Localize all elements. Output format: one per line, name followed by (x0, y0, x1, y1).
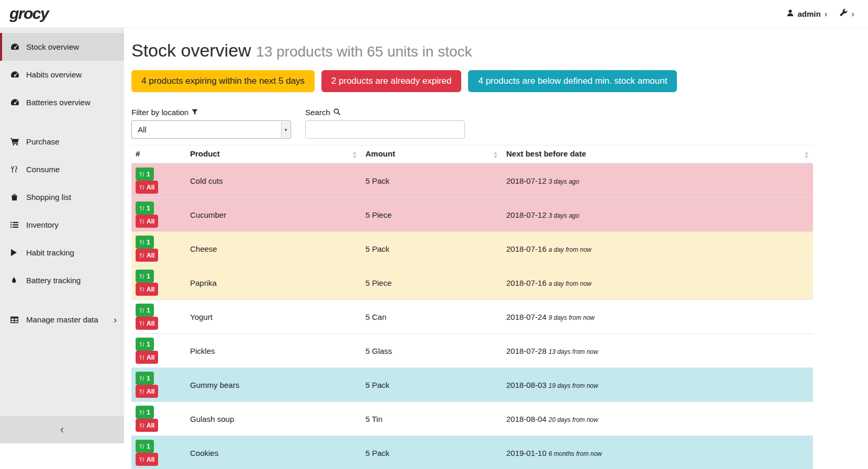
best-before-date: 2018-07-12 (506, 176, 547, 185)
product-name: Cookies (186, 436, 361, 469)
user-icon (787, 9, 794, 18)
row-actions: 1 All (131, 334, 186, 368)
chevron-right-icon: › (114, 315, 117, 325)
filter-icon (192, 108, 198, 117)
consume-one-button[interactable]: 1 (136, 406, 154, 419)
consume-one-button[interactable]: 1 (136, 270, 154, 283)
bag-icon (10, 193, 23, 201)
row-actions: 1 All (131, 436, 186, 469)
column-header-label: Next best before date (506, 149, 586, 158)
table-row: 1 All Paprika 5 Piece 2018-07-16a day fr… (131, 266, 813, 300)
column-header-amount[interactable]: Amount (361, 146, 502, 164)
sort-icon (804, 151, 809, 160)
product-amount: 5 Piece (361, 198, 502, 232)
sidebar-item-label: Shopping list (26, 193, 117, 202)
tachometer-icon (10, 98, 23, 106)
page-title: Stock overview 13 products with 65 units… (131, 40, 813, 61)
sidebar-item-habit-tracking[interactable]: Habit tracking (0, 239, 124, 266)
flame-icon (10, 276, 23, 284)
expired-alert-button[interactable]: 2 products are already expired (321, 70, 462, 92)
consume-all-button[interactable]: All (136, 453, 158, 466)
sidebar-item-inventory[interactable]: Inventory (0, 211, 124, 239)
min-stock-alert-button[interactable]: 4 products are below defined min. stock … (468, 70, 677, 92)
list-icon (10, 221, 23, 228)
row-actions: 1 All (131, 232, 186, 266)
utensils-icon (139, 320, 144, 327)
product-name: Yogurt (186, 300, 361, 334)
best-before-date: 2018-07-16 (506, 244, 547, 253)
location-select[interactable]: All ▾ (131, 120, 291, 139)
page-subtitle: 13 products with 65 units in stock (256, 43, 472, 60)
column-header-label: Amount (365, 149, 395, 158)
expiring-alert-button[interactable]: 4 products expiring within the next 5 da… (131, 70, 315, 92)
product-amount: 5 Glass (361, 334, 502, 368)
utensils-icon (139, 375, 144, 382)
consume-one-button[interactable]: 1 (136, 304, 154, 317)
filter-label-text: Filter by location (131, 108, 188, 117)
consume-all-button[interactable]: All (136, 181, 158, 194)
sidebar-item-label: Batteries overview (26, 98, 117, 107)
chevron-right-icon: › (851, 9, 854, 18)
consume-one-button[interactable]: 1 (136, 440, 154, 453)
sidebar-item-manage-master-data[interactable]: Manage master data › (0, 306, 124, 333)
sidebar-nav: Stock overview Habits overview Batteries… (0, 28, 124, 416)
utensils-icon (139, 252, 144, 259)
user-menu[interactable]: admin › (787, 9, 827, 18)
utensils-icon (139, 409, 144, 416)
consume-all-button[interactable]: All (136, 215, 158, 228)
consume-one-button[interactable]: 1 (136, 202, 154, 215)
utensils-icon (139, 307, 144, 314)
best-before-date: 2018-07-24 (506, 312, 547, 321)
best-before-cell: 2018-08-0420 days from now (502, 402, 813, 436)
stock-table: # Product Amount Next best before date (131, 145, 813, 469)
sidebar-item-purchase[interactable]: Purchase (0, 128, 124, 155)
utensils-icon (139, 456, 144, 463)
sidebar-item-label: Manage master data (26, 315, 114, 324)
search-label-text: Search (305, 108, 330, 117)
sidebar-item-shopping-list[interactable]: Shopping list (0, 183, 124, 211)
best-before-cell: 2018-08-0319 days from now (502, 368, 813, 402)
consume-one-button[interactable]: 1 (136, 338, 154, 351)
tachometer-icon (10, 43, 23, 51)
row-actions: 1 All (131, 402, 186, 436)
sidebar-item-label: Habit tracking (26, 248, 117, 257)
product-amount: 5 Piece (361, 266, 502, 300)
settings-menu[interactable]: › (840, 9, 854, 19)
row-actions: 1 All (131, 368, 186, 402)
best-before-cell: 2018-07-2813 days from now (502, 334, 813, 368)
column-header-product[interactable]: Product (186, 146, 361, 164)
sidebar-item-label: Inventory (26, 220, 117, 229)
sidebar-item-habits-overview[interactable]: Habits overview (0, 61, 124, 88)
stock-table-body: 1 All Cold cuts 5 Pack 2018-07-123 days … (131, 163, 813, 469)
utensils-icon (139, 341, 144, 348)
consume-one-button[interactable]: 1 (136, 236, 154, 249)
consume-all-button[interactable]: All (136, 317, 158, 330)
utensils-icon (139, 205, 144, 211)
utensils-icon (139, 171, 144, 177)
utensils-icon (139, 273, 144, 280)
best-before-date: 2018-07-28 (506, 347, 547, 355)
consume-one-button[interactable]: 1 (136, 168, 154, 181)
search-input[interactable] (305, 120, 465, 139)
consume-all-button[interactable]: All (136, 283, 158, 296)
consume-all-button[interactable]: All (136, 419, 158, 432)
sidebar-item-battery-tracking[interactable]: Battery tracking (0, 266, 124, 294)
collapse-icon: ‹ (60, 423, 64, 437)
app-logo[interactable]: grocy (9, 5, 48, 23)
sidebar-divider (0, 116, 124, 128)
sidebar-item-consume[interactable]: Consume (0, 155, 124, 183)
relative-date: 20 days from now (549, 416, 598, 423)
consume-all-button[interactable]: All (136, 385, 158, 398)
filter-controls: Filter by location All ▾ Search (131, 108, 813, 139)
search-icon (333, 108, 340, 117)
sidebar-collapse-button[interactable]: ‹ (0, 416, 124, 443)
consume-all-button[interactable]: All (136, 351, 158, 364)
consume-one-button[interactable]: 1 (136, 372, 154, 385)
utensils-icon (139, 388, 144, 395)
product-amount: 5 Tin (361, 402, 502, 436)
table-row: 1 All Cheese 5 Pack 2018-07-16a day from… (131, 232, 813, 266)
consume-all-button[interactable]: All (136, 249, 158, 262)
sidebar-item-stock-overview[interactable]: Stock overview (0, 33, 124, 61)
column-header-best-before[interactable]: Next best before date (502, 146, 813, 164)
sidebar-item-batteries-overview[interactable]: Batteries overview (0, 88, 124, 116)
